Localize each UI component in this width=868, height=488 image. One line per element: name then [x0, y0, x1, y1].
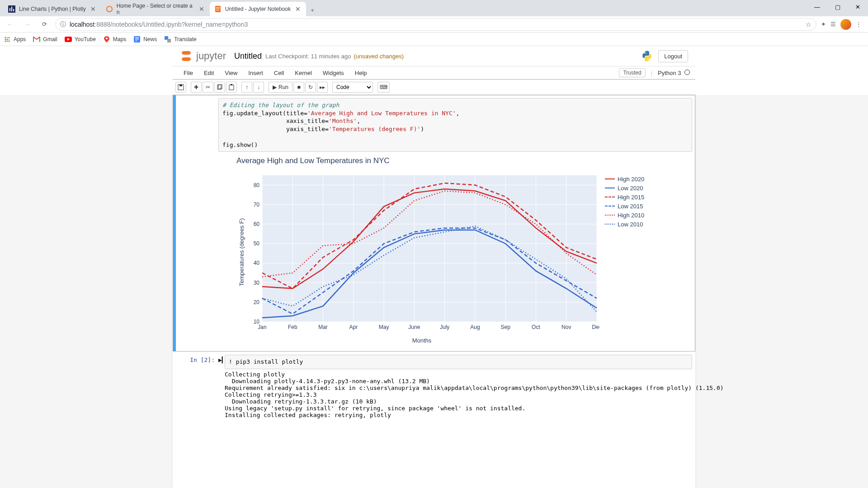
- browser-tab[interactable]: Home Page - Select or create a n ✕: [101, 2, 210, 16]
- code-cell[interactable]: In [2]: ▶▎ ! pip3 install plotly Collect…: [173, 352, 695, 423]
- menu-view[interactable]: View: [219, 70, 243, 76]
- restart-button[interactable]: ↻: [305, 82, 316, 93]
- close-icon[interactable]: ✕: [90, 5, 97, 13]
- svg-text:Apr: Apr: [349, 324, 358, 330]
- notebook-title[interactable]: Untitled: [234, 52, 262, 61]
- kernel-name[interactable]: Python 3: [658, 70, 690, 76]
- legend-item[interactable]: Low 2015: [605, 202, 644, 211]
- svg-rect-27: [167, 39, 171, 42]
- extensions-icon[interactable]: ✦: [821, 21, 826, 28]
- interrupt-button[interactable]: ■: [293, 82, 304, 93]
- svg-text:80: 80: [254, 182, 260, 188]
- svg-text:Mar: Mar: [318, 324, 328, 330]
- apps-bookmark[interactable]: Apps: [4, 36, 26, 43]
- restart-run-all-button[interactable]: ▸▸: [317, 82, 328, 93]
- reading-list-icon[interactable]: ☰: [830, 21, 836, 28]
- legend-item[interactable]: High 2015: [605, 192, 644, 202]
- svg-text:July: July: [440, 324, 449, 330]
- svg-rect-8: [216, 10, 219, 10]
- code-cell[interactable]: # Editing the layout of the graph fig.up…: [173, 95, 695, 352]
- notebook-content[interactable]: # Editing the layout of the graph fig.up…: [0, 95, 868, 488]
- svg-rect-6: [216, 7, 220, 8]
- notebook-favicon: [214, 5, 222, 13]
- svg-text:Oct: Oct: [532, 324, 540, 330]
- reload-button[interactable]: ⟳: [38, 18, 51, 31]
- gmail-bookmark[interactable]: Gmail: [33, 36, 57, 43]
- legend-item[interactable]: High 2010: [605, 211, 644, 220]
- run-indicator-icon: ▶▎: [218, 355, 225, 420]
- youtube-icon: [65, 36, 72, 43]
- svg-point-13: [7, 38, 8, 40]
- jupyter-toolbar: ✚ ✂ ↑ ↓ ▶ Run ■ ↻ ▸▸ Code ⌨: [173, 80, 695, 95]
- svg-rect-25: [135, 41, 137, 41]
- svg-point-4: [107, 6, 112, 12]
- menu-file[interactable]: File: [178, 70, 198, 76]
- code-input[interactable]: # Editing the layout of the graph fig.up…: [218, 98, 692, 152]
- menu-widgets[interactable]: Widgets: [317, 70, 349, 76]
- svg-text:Feb: Feb: [288, 324, 297, 330]
- svg-rect-19: [39, 37, 40, 42]
- apps-icon: [4, 36, 11, 43]
- x-axis-label: Months: [255, 337, 589, 344]
- move-down-button[interactable]: ↓: [253, 82, 264, 93]
- cut-button[interactable]: ✂: [203, 82, 213, 93]
- jupyter-logo[interactable]: jupyter: [180, 50, 226, 62]
- svg-rect-18: [33, 37, 34, 42]
- svg-text:Nov: Nov: [561, 324, 571, 330]
- news-bookmark[interactable]: News: [133, 36, 157, 43]
- forward-button[interactable]: →: [21, 18, 33, 31]
- celltype-select[interactable]: Code: [332, 82, 373, 93]
- code-input[interactable]: ! pip3 install plotly: [225, 355, 692, 369]
- maps-bookmark[interactable]: Maps: [103, 36, 126, 43]
- paste-button[interactable]: [226, 82, 237, 93]
- tab-title: Home Page - Select or create a n: [117, 3, 194, 15]
- svg-point-21: [106, 38, 108, 39]
- python-icon: [641, 50, 653, 62]
- youtube-bookmark[interactable]: YouTube: [65, 36, 96, 43]
- svg-rect-1: [9, 8, 10, 11]
- gmail-icon: [33, 36, 40, 43]
- trusted-indicator[interactable]: Trusted: [619, 68, 645, 77]
- menu-kernel[interactable]: Kernel: [289, 70, 317, 76]
- bookmarks-bar: Apps Gmail YouTube Maps News Translate: [0, 33, 868, 46]
- svg-point-14: [9, 38, 10, 40]
- legend-item[interactable]: Low 2010: [605, 220, 644, 229]
- chart-legend: High 2020Low 2020High 2015Low 2015High 2…: [599, 171, 644, 229]
- command-palette-button[interactable]: ⌨: [377, 82, 390, 93]
- svg-rect-7: [216, 9, 220, 9]
- browser-tab-strip: Line Charts | Python | Plotly ✕ Home Pag…: [0, 0, 868, 16]
- minimize-button[interactable]: —: [807, 0, 827, 14]
- move-up-button[interactable]: ↑: [241, 82, 252, 93]
- maximize-button[interactable]: ▢: [827, 0, 848, 14]
- save-button[interactable]: [175, 82, 186, 93]
- close-icon[interactable]: ✕: [294, 5, 302, 13]
- profile-avatar[interactable]: [840, 19, 851, 30]
- close-icon[interactable]: ✕: [198, 5, 205, 13]
- back-button[interactable]: ←: [4, 18, 16, 31]
- star-icon[interactable]: ☆: [806, 21, 811, 28]
- chrome-menu-icon[interactable]: ⋮: [856, 21, 862, 28]
- site-info-icon[interactable]: ⓘ: [60, 20, 66, 28]
- insert-cell-button[interactable]: ✚: [191, 82, 202, 93]
- translate-bookmark[interactable]: Translate: [164, 36, 197, 43]
- new-tab-button[interactable]: +: [306, 4, 319, 16]
- run-button[interactable]: ▶ Run: [269, 82, 292, 93]
- menu-edit[interactable]: Edit: [198, 70, 219, 76]
- browser-tab-active[interactable]: Untitled - Jupyter Notebook ✕: [210, 2, 306, 16]
- tab-title: Untitled - Jupyter Notebook: [225, 6, 291, 12]
- svg-rect-2: [11, 7, 12, 11]
- svg-rect-36: [262, 175, 597, 322]
- menu-cell[interactable]: Cell: [269, 70, 289, 76]
- browser-tab[interactable]: Line Charts | Python | Plotly ✕: [4, 2, 101, 16]
- tab-title: Line Charts | Python | Plotly: [19, 6, 86, 12]
- chart-svg: 1020304050607080JanFebMarAprMayJuneJulyA…: [247, 171, 599, 333]
- menu-help[interactable]: Help: [349, 70, 373, 76]
- legend-item[interactable]: High 2020: [605, 174, 644, 183]
- address-bar[interactable]: ⓘ localhost:8888/notebooks/Untitled.ipyn…: [55, 18, 816, 31]
- maps-icon: [103, 36, 110, 43]
- logout-button[interactable]: Logout: [658, 50, 688, 62]
- legend-item[interactable]: Low 2020: [605, 183, 644, 192]
- close-window-button[interactable]: ✕: [848, 0, 868, 14]
- menu-insert[interactable]: Insert: [243, 70, 269, 76]
- copy-button[interactable]: [214, 82, 225, 93]
